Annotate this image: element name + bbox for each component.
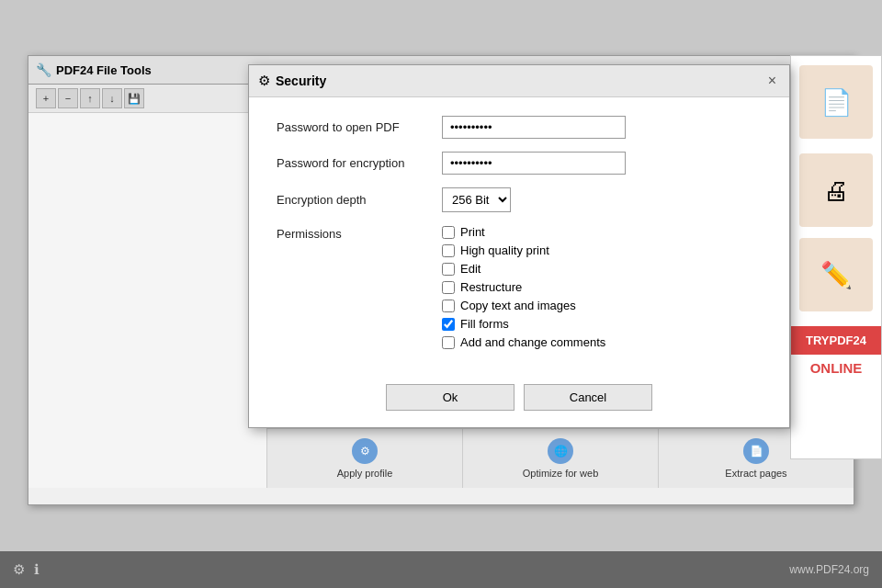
info-icon[interactable]: ℹ [34, 561, 40, 578]
settings-icon[interactable]: ⚙ [13, 561, 25, 578]
perm-copy-text-label: Copy text and images [460, 299, 576, 312]
dialog-close-button[interactable]: × [764, 74, 780, 88]
perm-high-quality-print-label: High quality print [460, 243, 549, 257]
encryption-depth-label: Encryption depth [277, 193, 442, 207]
password-open-row: Password to open PDF [277, 116, 762, 139]
password-open-input[interactable] [442, 116, 626, 139]
perm-edit-label: Edit [460, 262, 481, 276]
permissions-row: Permissions Print High quality print Edi… [277, 225, 762, 349]
ok-button[interactable]: Ok [386, 384, 514, 411]
perm-add-comments[interactable]: Add and change comments [442, 335, 605, 349]
dialog-title-left: ⚙ Security [258, 73, 326, 89]
dialog-titlebar: ⚙ Security × [249, 65, 789, 97]
password-encrypt-input[interactable] [442, 152, 626, 175]
perm-copy-text[interactable]: Copy text and images [442, 299, 605, 312]
perm-print-label: Print [460, 225, 485, 239]
security-dialog: ⚙ Security × Password to open PDF Passwo… [248, 64, 790, 428]
dialog-title-icon: ⚙ [258, 73, 270, 89]
perm-restructure-label: Restructure [460, 280, 522, 294]
status-url: www.PDF24.org [789, 563, 869, 576]
perm-high-quality-print-checkbox[interactable] [442, 244, 455, 257]
perm-fill-forms-label: Fill forms [460, 317, 509, 331]
password-encrypt-row: Password for encryption [277, 152, 762, 175]
perm-add-comments-checkbox[interactable] [442, 336, 455, 349]
password-encrypt-label: Password for encryption [277, 156, 442, 170]
perm-edit-checkbox[interactable] [442, 263, 455, 276]
perm-restructure-checkbox[interactable] [442, 281, 455, 294]
perm-print[interactable]: Print [442, 225, 605, 239]
perm-fill-forms[interactable]: Fill forms [442, 317, 605, 331]
status-icons: ⚙ ℹ [13, 561, 40, 578]
perm-restructure[interactable]: Restructure [442, 280, 605, 294]
dialog-title: Security [276, 74, 326, 88]
permissions-label: Permissions [277, 225, 442, 349]
perm-edit[interactable]: Edit [442, 262, 605, 276]
cancel-button[interactable]: Cancel [524, 384, 652, 411]
dialog-body: Password to open PDF Password for encryp… [249, 97, 789, 377]
dialog-footer: Ok Cancel [249, 377, 789, 427]
password-open-label: Password to open PDF [277, 120, 442, 134]
encryption-depth-select[interactable]: 256 Bit 128 Bit 40 Bit [442, 187, 511, 212]
perm-copy-text-checkbox[interactable] [442, 300, 455, 312]
perm-high-quality-print[interactable]: High quality print [442, 243, 605, 257]
permissions-list: Print High quality print Edit Restructur… [442, 225, 605, 349]
perm-print-checkbox[interactable] [442, 226, 455, 239]
dialog-overlay: ⚙ Security × Password to open PDF Passwo… [0, 0, 882, 588]
status-bar: ⚙ ℹ www.PDF24.org [0, 551, 882, 588]
perm-add-comments-label: Add and change comments [460, 335, 605, 349]
perm-fill-forms-checkbox[interactable] [442, 318, 455, 331]
encryption-depth-row: Encryption depth 256 Bit 128 Bit 40 Bit [277, 187, 762, 212]
